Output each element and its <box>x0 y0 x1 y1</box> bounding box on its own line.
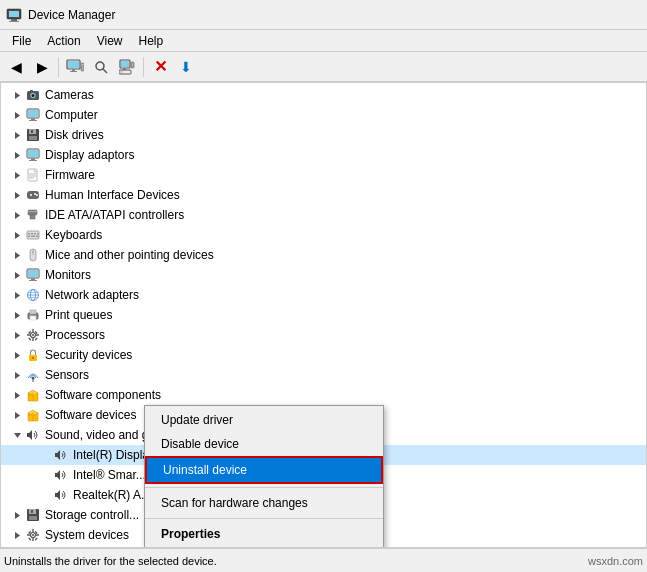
expand-icon[interactable] <box>9 207 25 223</box>
svg-marker-120 <box>15 532 20 539</box>
svg-rect-17 <box>120 71 123 73</box>
tree-item[interactable]: Display adaptors <box>1 145 646 165</box>
context-menu-item[interactable]: Properties <box>145 522 383 546</box>
svg-rect-62 <box>36 236 39 238</box>
svg-rect-7 <box>70 71 77 72</box>
svg-rect-93 <box>28 337 31 340</box>
svg-marker-113 <box>55 470 60 480</box>
back-button[interactable]: ◀ <box>4 55 28 79</box>
item-icon <box>25 127 41 143</box>
svg-rect-3 <box>9 21 19 22</box>
svg-rect-56 <box>28 233 30 235</box>
expand-icon[interactable] <box>9 367 25 383</box>
expand-icon[interactable] <box>9 127 25 143</box>
svg-rect-15 <box>131 62 134 68</box>
svg-rect-124 <box>32 538 33 541</box>
expand-icon[interactable] <box>9 87 25 103</box>
menu-view[interactable]: View <box>89 32 131 50</box>
menu-file[interactable]: File <box>4 32 39 50</box>
item-label: Disk drives <box>45 128 104 142</box>
menu-action[interactable]: Action <box>39 32 88 50</box>
item-icon <box>25 167 41 183</box>
svg-point-47 <box>34 193 36 195</box>
svg-marker-43 <box>15 192 20 199</box>
item-label: IDE ATA/ATAPI controllers <box>45 208 184 222</box>
svg-rect-59 <box>37 233 39 235</box>
svg-rect-60 <box>28 236 30 238</box>
item-icon <box>25 387 41 403</box>
item-icon <box>25 427 41 443</box>
tree-item[interactable]: Mice and other pointing devices <box>1 245 646 265</box>
svg-rect-130 <box>28 537 31 540</box>
expand-icon[interactable] <box>9 347 25 363</box>
expand-icon[interactable] <box>9 527 25 543</box>
item-icon <box>25 207 41 223</box>
svg-rect-26 <box>31 118 35 120</box>
expand-icon[interactable] <box>9 287 25 303</box>
menu-help[interactable]: Help <box>131 32 172 50</box>
tree-item[interactable]: Disk drives <box>1 125 646 145</box>
svg-rect-128 <box>35 537 38 540</box>
expand-icon[interactable] <box>9 387 25 403</box>
item-label: Display adaptors <box>45 148 134 162</box>
item-label: Processors <box>45 328 105 342</box>
svg-rect-37 <box>29 160 37 161</box>
device-manager-icon-btn[interactable] <box>115 55 139 79</box>
tree-item[interactable]: Human Interface Devices <box>1 185 646 205</box>
expand-icon[interactable] <box>9 147 25 163</box>
tree-item[interactable]: Monitors <box>1 265 646 285</box>
svg-rect-88 <box>27 334 30 335</box>
svg-rect-22 <box>30 90 33 92</box>
expand-icon[interactable] <box>9 267 25 283</box>
computer-icon-btn[interactable] <box>63 55 87 79</box>
expand-icon[interactable] <box>37 447 53 463</box>
expand-icon[interactable] <box>9 427 25 443</box>
tree-item[interactable]: Software components <box>1 385 646 405</box>
svg-rect-57 <box>31 233 33 235</box>
context-menu-item[interactable]: Uninstall device <box>145 456 383 484</box>
delete-button[interactable]: ✕ <box>148 55 172 79</box>
context-menu-item[interactable]: Scan for hardware changes <box>145 491 383 515</box>
tree-item[interactable]: Print queues <box>1 305 646 325</box>
forward-button[interactable]: ▶ <box>30 55 54 79</box>
expand-icon[interactable] <box>9 307 25 323</box>
expand-icon[interactable] <box>9 167 25 183</box>
expand-icon[interactable] <box>9 187 25 203</box>
svg-rect-61 <box>31 236 35 238</box>
expand-icon[interactable] <box>9 507 25 523</box>
toolbar-separator-2 <box>143 57 144 77</box>
expand-icon[interactable] <box>37 487 53 503</box>
tree-item[interactable]: Network adapters <box>1 285 646 305</box>
context-menu-item[interactable]: Disable device <box>145 432 383 456</box>
search-button[interactable] <box>89 55 113 79</box>
item-icon <box>53 487 69 503</box>
update-button[interactable]: ⬇ <box>174 55 198 79</box>
tree-item[interactable]: Keyboards <box>1 225 646 245</box>
tree-item[interactable]: Processors <box>1 325 646 345</box>
svg-point-48 <box>36 194 38 196</box>
expand-icon[interactable] <box>9 247 25 263</box>
item-label: Cameras <box>45 88 94 102</box>
tree-item[interactable]: Security devices <box>1 345 646 365</box>
svg-marker-97 <box>15 372 20 379</box>
svg-point-96 <box>32 357 34 359</box>
expand-icon[interactable] <box>37 467 53 483</box>
tree-item[interactable]: Cameras <box>1 85 646 105</box>
svg-rect-51 <box>28 211 37 212</box>
tree-item[interactable]: Firmware <box>1 165 646 185</box>
expand-icon[interactable] <box>9 407 25 423</box>
expand-icon[interactable] <box>9 107 25 123</box>
item-label: Monitors <box>45 268 91 282</box>
context-menu-separator <box>145 487 383 488</box>
svg-rect-35 <box>28 150 38 157</box>
item-label: Realtek(R) A... <box>73 488 151 502</box>
svg-marker-54 <box>15 232 20 239</box>
tree-item[interactable]: Sensors <box>1 365 646 385</box>
expand-icon[interactable] <box>9 327 25 343</box>
tree-item[interactable]: IDE ATA/ATAPI controllers <box>1 205 646 225</box>
item-icon <box>53 467 69 483</box>
expand-icon[interactable] <box>9 227 25 243</box>
svg-marker-33 <box>15 152 20 159</box>
context-menu-item[interactable]: Update driver <box>145 408 383 432</box>
tree-item[interactable]: Computer <box>1 105 646 125</box>
